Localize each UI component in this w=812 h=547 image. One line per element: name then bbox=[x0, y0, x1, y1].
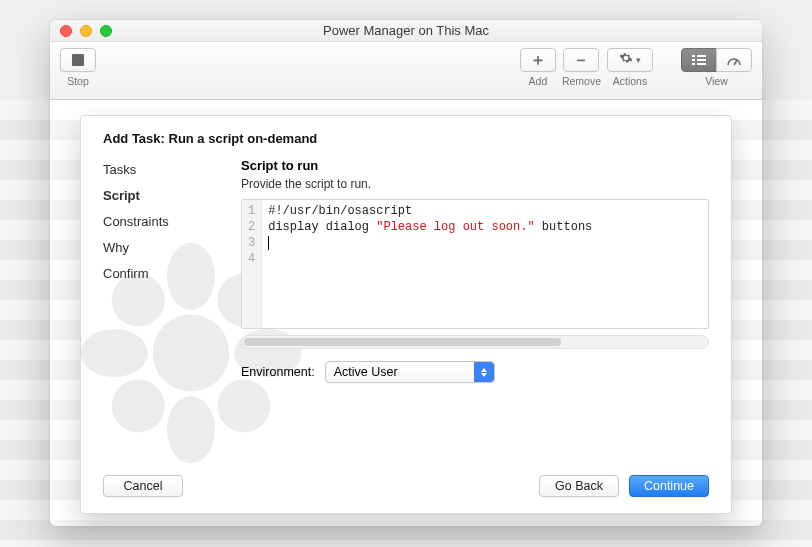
add-label: Add bbox=[529, 75, 548, 87]
view-list-button[interactable] bbox=[681, 48, 717, 72]
continue-button[interactable]: Continue bbox=[629, 475, 709, 497]
chevron-down-icon: ▾ bbox=[636, 55, 641, 65]
view-gauge-button[interactable] bbox=[716, 48, 752, 72]
actions-button[interactable]: ▾ bbox=[607, 48, 653, 72]
cancel-button[interactable]: Cancel bbox=[103, 475, 183, 497]
step-script[interactable]: Script bbox=[103, 188, 213, 203]
section-subtitle: Provide the script to run. bbox=[241, 177, 709, 191]
app-window: Power Manager on This Mac Stop ＋ Add － R… bbox=[50, 20, 762, 526]
line-gutter: 1234 bbox=[242, 200, 262, 328]
environment-select[interactable]: Active User bbox=[325, 361, 495, 383]
stop-button[interactable] bbox=[60, 48, 96, 72]
window-title: Power Manager on This Mac bbox=[50, 23, 762, 38]
add-button[interactable]: ＋ bbox=[520, 48, 556, 72]
text-caret bbox=[268, 236, 269, 250]
gauge-icon bbox=[726, 54, 742, 66]
svg-rect-3 bbox=[692, 59, 695, 61]
zoom-button[interactable] bbox=[100, 25, 112, 37]
minimize-button[interactable] bbox=[80, 25, 92, 37]
step-tasks[interactable]: Tasks bbox=[103, 162, 213, 177]
svg-rect-2 bbox=[697, 55, 706, 57]
stop-label: Stop bbox=[67, 75, 89, 87]
close-button[interactable] bbox=[60, 25, 72, 37]
step-constraints[interactable]: Constraints bbox=[103, 214, 213, 229]
scrollbar-thumb[interactable] bbox=[244, 338, 561, 346]
svg-rect-1 bbox=[692, 55, 695, 57]
horizontal-scrollbar[interactable] bbox=[241, 335, 709, 349]
code-area[interactable]: #!/usr/bin/osascriptdisplay dialog "Plea… bbox=[262, 200, 708, 328]
step-list: Tasks Script Constraints Why Confirm bbox=[103, 158, 213, 459]
script-editor[interactable]: 1234 #!/usr/bin/osascriptdisplay dialog … bbox=[241, 199, 709, 329]
view-label: View bbox=[705, 75, 728, 87]
sheet-heading: Add Task: Run a script on-demand bbox=[81, 116, 731, 158]
remove-button[interactable]: － bbox=[563, 48, 599, 72]
step-confirm[interactable]: Confirm bbox=[103, 266, 213, 281]
environment-value: Active User bbox=[334, 365, 398, 379]
section-title: Script to run bbox=[241, 158, 709, 173]
svg-line-7 bbox=[734, 60, 737, 65]
titlebar: Power Manager on This Mac bbox=[50, 20, 762, 42]
actions-label: Actions bbox=[613, 75, 647, 87]
minus-icon: － bbox=[573, 50, 589, 71]
remove-label: Remove bbox=[562, 75, 601, 87]
environment-label: Environment: bbox=[241, 365, 315, 379]
task-sheet: Add Task: Run a script on-demand bbox=[80, 115, 732, 514]
svg-rect-6 bbox=[697, 63, 706, 65]
list-icon bbox=[691, 54, 707, 66]
toolbar: Stop ＋ Add － Remove ▾ bbox=[50, 42, 762, 100]
step-why[interactable]: Why bbox=[103, 240, 213, 255]
select-arrows-icon bbox=[474, 362, 494, 382]
svg-rect-5 bbox=[692, 63, 695, 65]
svg-rect-4 bbox=[697, 59, 706, 61]
go-back-button[interactable]: Go Back bbox=[539, 475, 619, 497]
svg-rect-0 bbox=[72, 54, 84, 66]
plus-icon: ＋ bbox=[530, 50, 546, 71]
gear-icon bbox=[619, 51, 633, 69]
